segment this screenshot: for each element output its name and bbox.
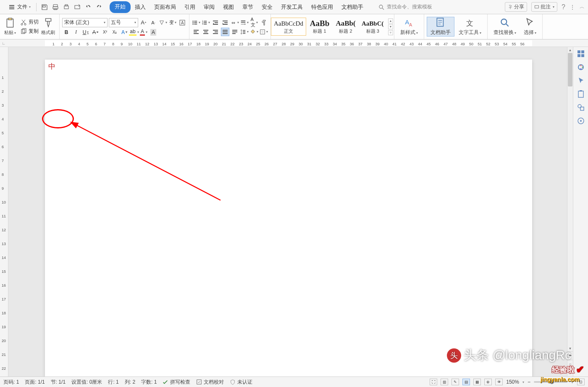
grow-font-icon[interactable]: A+ [139,18,148,27]
style-h2[interactable]: AaBb(标题 2 [333,18,358,35]
print-preview-icon[interactable] [52,4,59,10]
doc-helper-button[interactable]: 文档助手 [427,17,454,37]
bold-icon[interactable]: B [62,28,71,37]
tab-review[interactable]: 审阅 [200,1,219,13]
scroll-thumb[interactable] [568,53,572,86]
format-painter-button[interactable]: 格式刷 [39,18,57,36]
tabs-icon[interactable] [240,18,249,27]
view-print-icon[interactable]: ▥ [441,379,448,385]
dec-indent-icon[interactable] [211,18,220,27]
file-menu[interactable]: 文件 ▾ [3,2,34,12]
collapse-ribbon-icon[interactable]: ︿ [580,3,585,10]
bullets-icon[interactable] [192,18,200,27]
horizontal-ruler[interactable]: ∟ 12345678910111213141516171819202122232… [0,39,588,47]
font-color-icon[interactable]: A [139,28,148,37]
copy-button[interactable]: 复制 [20,27,39,36]
strike-icon[interactable]: A [91,28,100,37]
show-marks-icon[interactable] [260,18,268,27]
tab-dev[interactable]: 开发工具 [277,1,307,13]
char-shading-icon[interactable]: A [149,28,158,37]
italic-icon[interactable]: I [72,28,80,37]
undo-icon[interactable] [85,4,92,10]
scroll-down-icon[interactable]: ▼ [567,345,573,351]
font-size-combo[interactable]: 五号▾ [109,18,138,27]
sidepanel-style-icon[interactable] [577,63,585,71]
numbering-icon[interactable]: 123 [202,18,210,27]
goto-icon[interactable]: ○ [567,360,573,368]
font-name-combo[interactable]: 宋体 (正文)▾ [62,18,108,27]
zoom-value[interactable]: 150% [506,379,519,385]
status-column[interactable]: 列: 2 [125,379,135,386]
tab-special[interactable]: 特色应用 [307,1,337,13]
redo-icon[interactable] [96,4,102,10]
text-tools-button[interactable]: 文 文字工具 [455,17,485,36]
print-direct-icon[interactable] [74,4,81,10]
status-spellcheck[interactable]: 拼写检查 [163,379,190,386]
superscript-icon[interactable]: X² [101,28,109,37]
vertical-ruler[interactable]: 1234567891011121314151617181920212223 [0,47,8,377]
save-icon[interactable] [41,4,48,10]
style-h3[interactable]: AaBbC(标题 3 [359,18,386,35]
fullscreen-icon[interactable]: ⛶ [430,379,437,385]
zoom-in-icon[interactable]: + [571,379,574,385]
search-commands[interactable]: 查找命令、搜索模板 [376,3,432,10]
align-right-icon[interactable] [211,28,220,36]
share-button[interactable]: 分享 [505,2,527,12]
view-eye-icon[interactable]: 👁 [495,379,503,385]
align-left-icon[interactable] [192,28,200,36]
zoom-out-icon[interactable]: − [528,379,530,385]
select-button[interactable]: 选择 [520,17,540,36]
line-spacing-icon[interactable] [240,28,249,36]
status-wordcount[interactable]: 字数: 1 [141,379,157,386]
status-proof[interactable]: 文档校对 [196,379,224,386]
help-icon[interactable]: ? [562,3,565,11]
tab-start[interactable]: 开始 [110,1,131,13]
view-page-icon[interactable]: ▤ [462,379,470,385]
sidepanel-shape-icon[interactable] [577,103,585,112]
tab-view[interactable]: 视图 [219,1,238,13]
sidepanel-select-icon[interactable] [577,76,585,85]
view-reading-icon[interactable]: ⊕ [484,379,492,385]
next-page-icon[interactable]: 🞃 [567,368,573,377]
char-scale-icon[interactable]: ⇔ [231,18,239,27]
highlight-icon[interactable]: ab [130,28,138,37]
style-normal[interactable]: AaBbCcDd正文 [271,18,306,36]
char-border-icon[interactable]: A [178,18,186,27]
document-area[interactable]: 中 [8,47,567,377]
tab-insert[interactable]: 插入 [131,1,150,13]
annotate-button[interactable]: 批注 [531,2,557,12]
subscript-icon[interactable]: X₂ [110,28,119,37]
status-cert[interactable]: 未认证 [230,379,252,386]
status-position[interactable]: 设置值: 0厘米 [71,379,102,386]
pinyin-icon[interactable]: 变 [168,18,177,27]
style-scroll[interactable]: ▴▾▿ [387,18,394,35]
tab-section[interactable]: 章节 [238,1,257,13]
clear-format-icon[interactable] [159,18,167,27]
zoom-fit-icon[interactable]: ⊡ [577,379,585,385]
find-replace-button[interactable]: 查找替换 [490,17,520,36]
align-distribute-icon[interactable] [231,28,239,36]
shrink-font-icon[interactable]: A- [149,18,158,27]
align-center-icon[interactable] [202,28,210,36]
cut-button[interactable]: 剪切 [20,18,39,26]
prev-page-icon[interactable]: 🞁 [567,351,573,360]
zoom-slider[interactable] [534,381,567,383]
page[interactable]: 中 [45,60,532,377]
status-page[interactable]: 页面: 1/1 [25,379,45,386]
shading-icon[interactable] [250,28,258,36]
vertical-scrollbar[interactable]: ▲ ▼ 🞁 ○ 🞃 [567,47,573,377]
sidepanel-clipboard-icon[interactable] [577,90,585,98]
status-section[interactable]: 节: 1/1 [51,379,66,386]
inc-indent-icon[interactable] [221,18,229,27]
view-web-icon[interactable]: ▦ [473,379,481,385]
new-style-button[interactable]: AA 新样式 [397,17,421,36]
sidepanel-property-icon[interactable] [577,117,585,125]
scroll-up-icon[interactable]: ▲ [567,47,573,53]
style-h1[interactable]: AaBb标题 1 [307,18,332,35]
align-justify-icon[interactable] [221,28,229,36]
sort-icon[interactable]: A文 [250,18,258,27]
tab-reference[interactable]: 引用 [180,1,200,13]
more-icon[interactable]: ⋮ [570,4,575,10]
tab-security[interactable]: 安全 [257,1,277,13]
paste-button[interactable]: 粘贴 [3,18,18,36]
